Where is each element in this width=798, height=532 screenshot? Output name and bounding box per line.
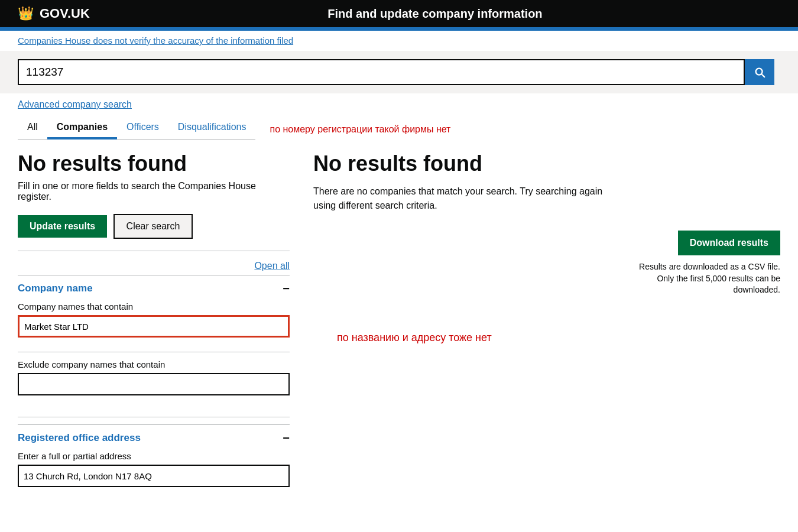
advanced-search-link[interactable]: Advanced company search bbox=[18, 99, 132, 109]
advanced-search-container: Advanced company search bbox=[0, 93, 798, 110]
right-no-results-text: There are no companies that match your s… bbox=[313, 184, 609, 213]
crown-icon: 👑 bbox=[18, 6, 34, 21]
tab-annotation: по номеру регистрации такой фирмы нет bbox=[270, 124, 450, 135]
section-divider-2 bbox=[18, 417, 290, 417]
registered-office-accordion-header[interactable]: Registered office address − bbox=[18, 432, 290, 444]
site-header: 👑 GOV.UK Find and update company informa… bbox=[0, 0, 798, 27]
registered-office-section: Registered office address − Enter a full… bbox=[18, 424, 290, 504]
right-no-results-heading: No results found bbox=[313, 151, 780, 176]
company-exclude-input[interactable] bbox=[18, 373, 290, 395]
search-button[interactable] bbox=[745, 59, 774, 85]
company-contains-input[interactable] bbox=[18, 315, 290, 338]
gov-uk-text: GOV.UK bbox=[40, 6, 90, 21]
action-buttons: Update results Clear search bbox=[18, 214, 290, 239]
company-exclude-label: Exclude company names that contain bbox=[18, 359, 290, 369]
tab-all[interactable]: All bbox=[18, 117, 47, 140]
disclaimer-link[interactable]: Companies House does not verify the accu… bbox=[18, 35, 293, 46]
company-name-collapse-icon: − bbox=[283, 283, 290, 294]
search-bar-container bbox=[0, 51, 798, 93]
gov-uk-logo: 👑 GOV.UK bbox=[18, 6, 90, 21]
right-panel: No results found There are no companies … bbox=[313, 140, 780, 504]
tab-disqualifications[interactable]: Disqualifications bbox=[168, 117, 256, 140]
left-panel: No results found Fill in one or more fie… bbox=[18, 140, 290, 504]
search-input[interactable] bbox=[18, 59, 745, 85]
search-tabs: All Companies Officers Disqualifications bbox=[18, 110, 255, 140]
left-no-results-sub: Fill in one or more fields to search the… bbox=[18, 181, 290, 202]
download-row: Download results bbox=[313, 231, 780, 255]
company-name-section: Company name − Company names that contai… bbox=[18, 275, 290, 412]
disclaimer-bar: Companies House does not verify the accu… bbox=[0, 31, 798, 51]
company-name-title: Company name bbox=[18, 283, 93, 294]
update-results-button[interactable]: Update results bbox=[18, 215, 107, 238]
left-no-results-heading: No results found bbox=[18, 151, 290, 176]
address-label: Enter a full or partial address bbox=[18, 451, 290, 461]
open-all-row: Open all bbox=[18, 251, 290, 275]
company-name-accordion-header[interactable]: Company name − bbox=[18, 283, 290, 294]
main-layout: No results found Fill in one or more fie… bbox=[0, 140, 798, 504]
name-address-annotation-container: по названию и адресу тоже нет bbox=[313, 332, 780, 344]
open-all-link[interactable]: Open all bbox=[254, 261, 290, 271]
name-address-annotation: по названию и адресу тоже нет bbox=[337, 332, 492, 343]
clear-search-button[interactable]: Clear search bbox=[113, 214, 193, 239]
registered-office-collapse-icon: − bbox=[283, 432, 290, 444]
site-title: Find and update company information bbox=[90, 7, 780, 21]
search-bar bbox=[18, 59, 774, 85]
download-results-button[interactable]: Download results bbox=[678, 231, 780, 255]
download-note: Results are downloaded as a CSV file. On… bbox=[627, 261, 780, 296]
tab-officers[interactable]: Officers bbox=[117, 117, 168, 140]
section-divider-1 bbox=[18, 352, 290, 352]
search-icon bbox=[753, 66, 766, 79]
tab-companies[interactable]: Companies bbox=[47, 117, 117, 140]
company-contains-label: Company names that contain bbox=[18, 301, 290, 312]
registered-office-title: Registered office address bbox=[18, 432, 141, 444]
address-input[interactable] bbox=[18, 465, 290, 487]
